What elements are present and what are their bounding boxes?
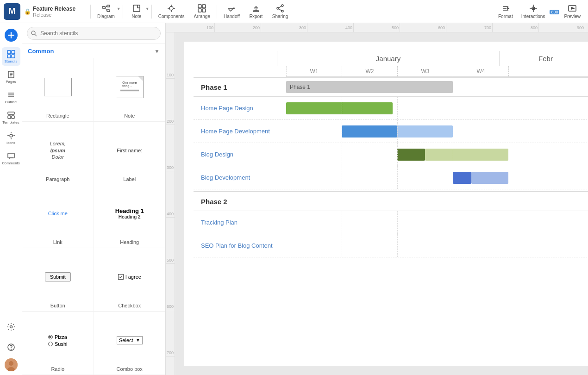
- diagram-button[interactable]: Diagram: [93, 2, 119, 21]
- canvas[interactable]: January Febr W1 W2 W3 W4: [175, 32, 588, 375]
- icon-sidebar: Stencils Pages Outline Templates Icons: [0, 23, 22, 375]
- export-button[interactable]: Export: [244, 2, 268, 21]
- comments-label: Comments: [2, 161, 20, 165]
- sidebar-settings[interactable]: [2, 318, 20, 336]
- pages-label: Pages: [6, 80, 16, 84]
- lock-icon: 🔒: [24, 8, 31, 15]
- preview-label: Preview: [564, 14, 581, 19]
- stencil-label[interactable]: First name: Label: [94, 122, 166, 185]
- interactions-button[interactable]: Interactions: [518, 2, 549, 21]
- phase1-bar: Phase 1: [286, 81, 453, 93]
- week-w2: W2: [342, 66, 397, 76]
- week-w3: W3: [397, 66, 453, 76]
- search-icon: [31, 30, 37, 37]
- vline-w3: [397, 97, 398, 119]
- sidebar-comments[interactable]: Comments: [2, 149, 20, 168]
- sidebar-pages[interactable]: Pages: [2, 68, 20, 86]
- diagram-label: Diagram: [97, 14, 115, 19]
- doc-subtitle: Release: [33, 12, 75, 18]
- format-button[interactable]: Format: [494, 2, 517, 21]
- ruler-mark-800: 800: [493, 23, 539, 32]
- sidebar-templates[interactable]: Templates: [2, 108, 20, 127]
- week-w4: W4: [453, 66, 508, 76]
- bar-blog-design-2: [425, 149, 508, 161]
- rectangle-preview: [26, 63, 90, 111]
- row-homepage-dev-label: Home Page Development: [194, 128, 286, 135]
- vline4-w2: [342, 166, 342, 189]
- phase1-label: Phase 1: [194, 79, 286, 96]
- vline4-w4: [453, 166, 453, 189]
- vline-w2: [342, 97, 342, 119]
- search-input[interactable]: [27, 27, 161, 40]
- ruler-mark-200: 200: [215, 23, 261, 32]
- stencil-paragraph[interactable]: Lorem,IpsumDolor Paragraph: [22, 122, 94, 185]
- stencils-panel: Common ▼ Rectangle One morething...: [22, 23, 166, 375]
- app-logo[interactable]: M: [4, 3, 20, 20]
- note-button[interactable]: Note: [125, 2, 148, 21]
- note-dropdown-icon[interactable]: ▼: [145, 6, 150, 11]
- vline2-w2: [342, 120, 342, 143]
- stencil-rectangle[interactable]: Rectangle: [22, 58, 94, 122]
- svg-rect-44: [8, 112, 14, 114]
- ruler-top: 100 200 300 400 500 600 700 800 900: [166, 23, 588, 32]
- svg-rect-36: [12, 55, 15, 58]
- ruler-mark-900: 900: [539, 23, 585, 32]
- outline-label: Outline: [5, 100, 17, 104]
- row-seo-bars: [286, 234, 588, 257]
- bar-homepage-dev-1: [342, 125, 397, 138]
- svg-rect-13: [198, 9, 201, 12]
- svg-rect-11: [198, 5, 201, 8]
- canvas-with-ruler: 100 200 300 400 500 600 700 January: [166, 32, 588, 375]
- stencil-radio[interactable]: Pizza Sushi Radio: [22, 312, 94, 375]
- avatar[interactable]: [5, 358, 18, 371]
- stencil-label-label: Label: [123, 176, 136, 182]
- components-label: Components: [158, 14, 185, 19]
- add-button[interactable]: [5, 29, 18, 42]
- components-button[interactable]: Components: [154, 2, 189, 21]
- svg-line-60: [35, 34, 37, 36]
- preview-button[interactable]: Preview: [560, 2, 584, 21]
- stencil-checkbox-label: Checkbox: [118, 303, 141, 308]
- vline6-w3: [397, 234, 398, 257]
- row-blog-design: Blog Design: [194, 143, 588, 166]
- svg-rect-12: [202, 5, 206, 8]
- ruler-left: 100 200 300 400 500 600 700: [166, 32, 175, 375]
- ruler-v-500: 500: [166, 218, 175, 264]
- stencil-note[interactable]: One morething... Note: [94, 58, 166, 122]
- sidebar-icons[interactable]: Icons: [2, 129, 20, 147]
- handoff-button[interactable]: Handoff: [219, 2, 244, 21]
- vline5-w3: [397, 211, 398, 234]
- heading-preview: Heading 1 Heading 2: [98, 190, 162, 238]
- row-blog-dev-bars: [286, 166, 588, 189]
- svg-line-22: [279, 9, 281, 11]
- stencil-checkbox[interactable]: I agree Checkbox: [94, 248, 166, 312]
- diagram-dropdown-icon[interactable]: ▼: [117, 6, 121, 11]
- stencil-link[interactable]: Click me Link: [22, 185, 94, 249]
- svg-point-53: [10, 326, 12, 328]
- label-preview: First name:: [98, 126, 162, 175]
- row-blog-design-label: Blog Design: [194, 151, 286, 158]
- sidebar-stencils[interactable]: Stencils: [2, 47, 20, 66]
- ruler-mark-600: 600: [400, 23, 446, 32]
- svg-rect-0: [102, 6, 105, 8]
- svg-point-19: [281, 5, 283, 6]
- svg-line-4: [105, 7, 107, 11]
- stencil-combobox[interactable]: Select ▼ Combo box: [94, 312, 166, 375]
- stencil-heading-label: Heading: [120, 239, 139, 245]
- ruler-mark-500: 500: [354, 23, 400, 32]
- month-february: Febr: [499, 51, 588, 66]
- vline3-w2: [342, 143, 342, 166]
- vline4-w3: [397, 166, 398, 189]
- sharing-button[interactable]: Sharing: [268, 2, 293, 21]
- arrange-button[interactable]: Arrange: [189, 2, 215, 21]
- sidebar-outline[interactable]: Outline: [2, 88, 20, 106]
- button-preview: Submit: [26, 253, 90, 301]
- sidebar-help[interactable]: [2, 338, 20, 356]
- ruler-v-400: 400: [166, 171, 175, 218]
- stencil-heading[interactable]: Heading 1 Heading 2 Heading: [94, 185, 166, 249]
- common-dropdown-icon[interactable]: ▼: [154, 48, 160, 55]
- format-label: Format: [498, 14, 513, 19]
- stencil-button[interactable]: Submit Button: [22, 248, 94, 312]
- row-homepage-design-bars: [286, 97, 588, 119]
- export-label: Export: [249, 14, 263, 19]
